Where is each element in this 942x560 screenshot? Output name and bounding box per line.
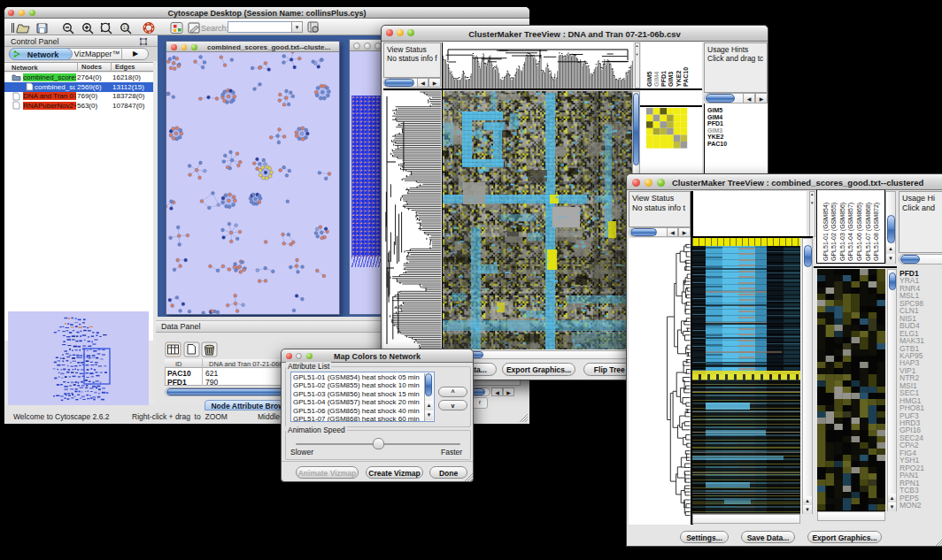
- svg-text:1:1: 1:1: [123, 26, 129, 30]
